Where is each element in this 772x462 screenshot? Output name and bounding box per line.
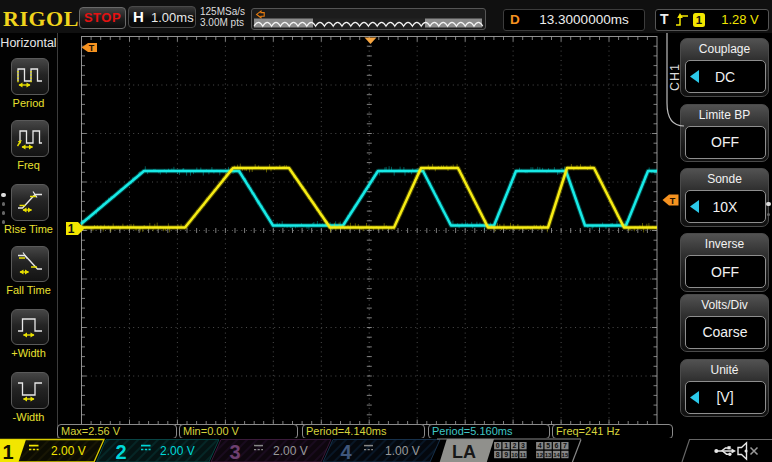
svg-text:8: 8 [496, 451, 500, 458]
svg-text:12: 12 [536, 452, 543, 458]
svg-text:9: 9 [504, 451, 508, 458]
svg-text:2: 2 [115, 441, 126, 462]
svg-text:LA: LA [452, 442, 476, 462]
svg-text:0: 0 [496, 442, 500, 449]
svg-text:13: 13 [545, 452, 552, 458]
svg-text:6: 6 [555, 442, 559, 449]
svg-text:1: 1 [504, 442, 508, 449]
svg-text:2.00 V: 2.00 V [160, 444, 195, 458]
svg-text:1: 1 [2, 441, 13, 462]
svg-text:T: T [89, 43, 95, 53]
svg-text:1.00 V: 1.00 V [385, 444, 420, 458]
svg-text:14: 14 [553, 452, 560, 458]
svg-text:7: 7 [563, 442, 567, 449]
svg-text:1: 1 [68, 222, 75, 236]
svg-text:3: 3 [521, 442, 525, 449]
svg-text:5: 5 [546, 442, 550, 449]
svg-text:10: 10 [511, 452, 518, 458]
svg-text:4: 4 [538, 442, 542, 449]
svg-text:15: 15 [562, 452, 569, 458]
svg-text:2: 2 [513, 442, 517, 449]
svg-text:4: 4 [340, 441, 352, 462]
svg-text:2.00 V: 2.00 V [51, 444, 86, 458]
svg-text:3: 3 [229, 441, 240, 462]
svg-text:11: 11 [520, 452, 527, 458]
svg-text:2.00 V: 2.00 V [273, 444, 308, 458]
